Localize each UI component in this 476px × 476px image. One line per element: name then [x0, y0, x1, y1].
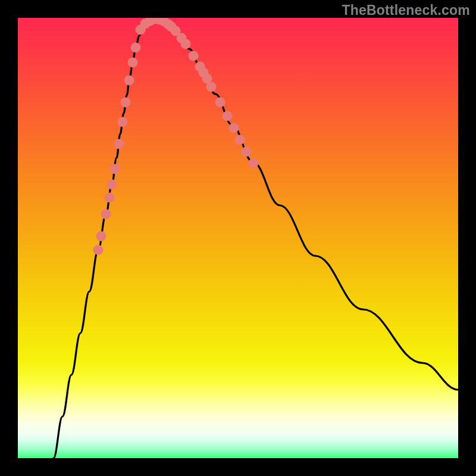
watermark-text: TheBottleneck.com: [342, 2, 470, 18]
data-marker: [223, 111, 233, 121]
plot-area: [18, 18, 458, 458]
data-marker: [101, 209, 111, 220]
data-marker: [235, 135, 245, 145]
data-marker: [96, 231, 107, 242]
data-marker: [181, 39, 191, 49]
data-marker: [249, 158, 259, 168]
data-marker: [118, 117, 128, 127]
data-marker: [121, 98, 131, 108]
data-marker: [229, 123, 239, 133]
data-marker: [242, 147, 252, 157]
data-marker: [206, 82, 217, 92]
data-marker: [93, 245, 104, 255]
data-marker: [107, 180, 117, 190]
bottleneck-curve: [54, 19, 458, 458]
data-marker: [189, 51, 199, 61]
data-marker: [110, 164, 120, 174]
chart-frame: TheBottleneck.com: [0, 0, 476, 476]
data-marker: [215, 98, 226, 108]
data-marker: [128, 58, 138, 68]
data-marker: [105, 193, 115, 203]
data-marker: [124, 76, 134, 86]
data-marker: [164, 20, 174, 30]
chart-svg: [18, 18, 458, 458]
data-marker: [114, 139, 124, 149]
data-marker: [131, 43, 141, 53]
